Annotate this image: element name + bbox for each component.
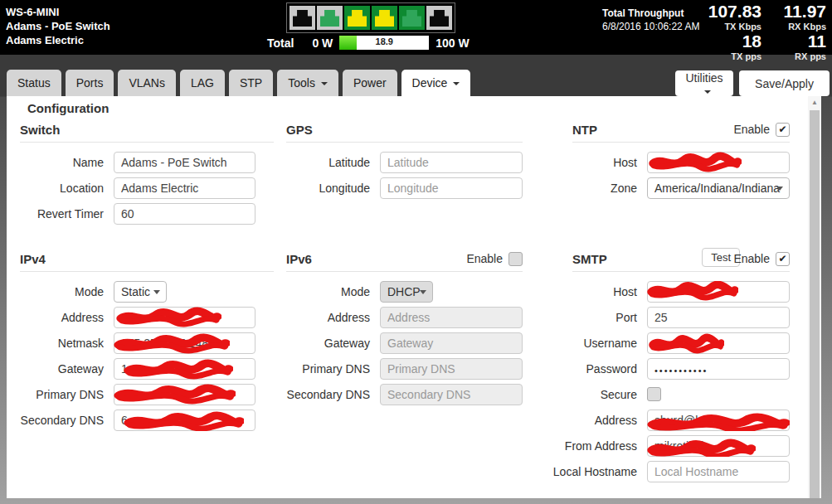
ipv4-panel-title: IPv4 <box>20 252 46 266</box>
caret-down-icon <box>453 82 460 85</box>
content-area: Configuration Switch Name Location Rever… <box>7 96 821 498</box>
ethernet-jack-icon <box>430 10 449 27</box>
switch-name-input[interactable] <box>114 152 255 173</box>
tab-power[interactable]: Power <box>343 70 397 96</box>
tab-ports[interactable]: Ports <box>66 70 114 96</box>
utilities-button[interactable]: Utilities <box>675 70 733 96</box>
revert-timer-label: Revert Timer <box>20 203 104 225</box>
smtp-username-label: Username <box>547 332 637 354</box>
ipv6-secondary-dns-label: Secondary DNS <box>286 384 370 405</box>
page: WS-6-MINI Adams - PoE Switch Adams Elect… <box>0 0 832 504</box>
location-label: Location <box>20 177 104 199</box>
smtp-local-hostname-label: Local Hostname <box>547 461 637 482</box>
device-location: Adams Electric <box>6 33 110 47</box>
longitude-input[interactable] <box>380 177 523 199</box>
ipv4-gateway-label: Gateway <box>20 358 104 380</box>
tx-pps-label: TX pps <box>708 51 761 61</box>
ipv6-enable-checkbox[interactable] <box>508 252 523 266</box>
port-indicator-3[interactable] <box>344 6 370 30</box>
port-indicator-2[interactable] <box>317 6 343 30</box>
divider <box>572 271 790 272</box>
divider <box>20 271 274 272</box>
caret-down-icon <box>153 290 160 294</box>
ipv4-mode-label: Mode <box>20 281 104 303</box>
ntp-zone-select[interactable]: America/Indiana/Indiana <box>647 177 790 199</box>
ipv4-netmask-label: Netmask <box>20 332 104 354</box>
power-max-label: 100 W <box>435 36 469 50</box>
port-indicator-5[interactable] <box>399 6 425 30</box>
main-tabs: Status Ports VLANs LAG STP Tools Power D… <box>7 55 470 96</box>
smtp-port-input[interactable] <box>647 307 790 328</box>
ipv6-address-label: Address <box>286 307 370 328</box>
smtp-port-label: Port <box>547 307 637 328</box>
ethernet-jack-icon <box>320 10 339 27</box>
ipv4-address-input[interactable] <box>114 307 255 328</box>
ipv6-panel: IPv6 Enable Mode DHCP Address Gateway Pr… <box>286 250 523 411</box>
page-title: Configuration <box>27 101 109 115</box>
ipv6-primary-dns-label: Primary DNS <box>286 358 370 380</box>
port-indicator-6[interactable] <box>426 6 452 30</box>
tab-lag[interactable]: LAG <box>180 70 225 96</box>
ntp-host-label: Host <box>547 152 637 173</box>
scrollbar[interactable]: ▲ <box>808 96 821 498</box>
device-info: WS-6-MINI Adams - PoE Switch Adams Elect… <box>6 5 110 47</box>
tab-vlans[interactable]: VLANs <box>118 70 176 96</box>
ntp-enable-checkbox[interactable]: ✔ <box>776 123 790 137</box>
smtp-username-input[interactable] <box>647 332 790 354</box>
ntp-zone-label: Zone <box>547 177 637 199</box>
power-min-label: 0 W <box>312 36 333 50</box>
ipv4-netmask-input[interactable] <box>114 332 255 354</box>
rx-kbps-value: 11.97 <box>784 2 826 21</box>
save-apply-button[interactable]: Save/Apply <box>739 70 830 96</box>
latitude-input[interactable] <box>380 152 523 173</box>
caret-down-icon <box>420 290 426 294</box>
ethernet-jack-icon <box>375 10 394 27</box>
smtp-host-input[interactable] <box>647 281 790 303</box>
divider <box>286 271 523 272</box>
tab-status[interactable]: Status <box>7 70 61 96</box>
power-total-label: Total <box>267 36 294 50</box>
scroll-up-arrow-icon[interactable]: ▲ <box>808 96 821 109</box>
port-indicator-4[interactable] <box>372 6 397 30</box>
switch-panel: Switch Name Location Revert Timer <box>20 121 274 229</box>
ntp-host-input[interactable] <box>647 152 790 173</box>
smtp-secure-checkbox[interactable] <box>647 387 661 401</box>
datetime: 6/8/2016 10:06:22 AM <box>602 20 699 33</box>
tab-tools[interactable]: Tools <box>277 70 338 96</box>
throughput-title: Total Throughput <box>602 7 699 20</box>
switch-panel-title: Switch <box>20 123 60 137</box>
ipv6-mode-select[interactable]: DHCP <box>380 281 433 303</box>
ethernet-jack-icon <box>293 10 312 27</box>
divider <box>20 142 274 143</box>
smtp-local-hostname-input[interactable] <box>647 461 790 482</box>
caret-down-icon <box>321 82 328 85</box>
port-indicator-1[interactable] <box>289 6 315 30</box>
smtp-enable-label: Enable <box>733 252 770 265</box>
rx-pps-label: RX pps <box>784 51 826 61</box>
tx-pps-value: 18 <box>708 32 761 51</box>
ipv6-gateway-input <box>380 332 523 354</box>
port-status-strip <box>286 2 455 33</box>
tab-device[interactable]: Device <box>401 70 471 96</box>
scrollbar-thumb[interactable] <box>810 110 820 498</box>
smtp-from-address-input[interactable] <box>647 435 790 457</box>
ntp-enable-label: Enable <box>733 123 770 136</box>
tab-stp[interactable]: STP <box>229 70 273 96</box>
ntp-panel: NTP Enable ✔ Host Zone America/Indiana/I… <box>572 121 790 204</box>
switch-location-input[interactable] <box>114 177 255 199</box>
smtp-address-input[interactable] <box>647 410 790 431</box>
smtp-enable-checkbox[interactable]: ✔ <box>776 252 790 266</box>
ipv4-primary-dns-input[interactable] <box>114 384 255 405</box>
revert-timer-input[interactable] <box>114 203 255 225</box>
ipv4-mode-select[interactable]: Static <box>114 281 167 303</box>
latitude-label: Latitude <box>286 152 370 173</box>
ipv4-panel: IPv4 Mode Static Address Netmask Gateway <box>20 250 274 437</box>
power-gauge-value: 18.9 <box>339 36 429 46</box>
total-power-gauge: 18.9 <box>339 36 429 50</box>
divider <box>286 142 523 143</box>
smtp-password-input[interactable] <box>647 358 790 380</box>
ipv4-gateway-input[interactable] <box>114 358 255 380</box>
ipv6-enable-label: Enable <box>466 252 503 265</box>
ipv4-address-label: Address <box>20 307 104 328</box>
ipv4-secondary-dns-input[interactable] <box>114 410 255 431</box>
